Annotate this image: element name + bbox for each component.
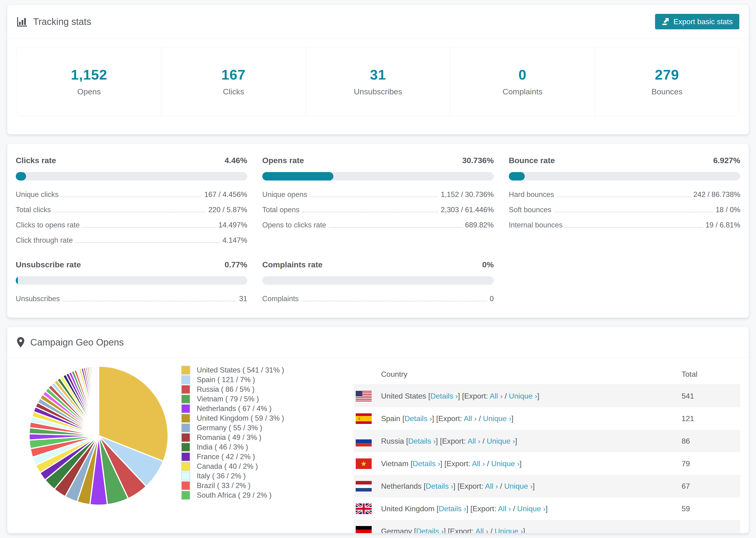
flag-cell bbox=[354, 413, 381, 424]
total-cell: 59 bbox=[681, 505, 740, 513]
rate-title-row: Opens rate30.736% bbox=[262, 156, 494, 165]
progress-bar-track bbox=[509, 172, 740, 181]
total-cell: 541 bbox=[681, 392, 740, 401]
details-link[interactable]: Details › bbox=[426, 482, 453, 490]
bracket: ] bbox=[432, 414, 434, 423]
legend-label: Russia ( 86 / 5% ) bbox=[197, 385, 254, 394]
legend-item: South Africa ( 29 / 2% ) bbox=[181, 490, 354, 500]
progress-bar-fill bbox=[16, 276, 18, 285]
flag-cell bbox=[354, 458, 381, 469]
details-link[interactable]: Details › bbox=[408, 437, 436, 445]
export-all-link[interactable]: All › bbox=[490, 392, 503, 400]
geo-table-header: CountryTotal bbox=[354, 364, 740, 385]
legend-swatch bbox=[181, 443, 190, 452]
export-unique-link[interactable]: Unique › bbox=[487, 437, 515, 445]
summary-stat-bounces: 279Bounces bbox=[595, 47, 739, 116]
details-link[interactable]: Details › bbox=[439, 505, 466, 513]
country-name: Netherlands bbox=[381, 482, 422, 490]
export-all-link[interactable]: All › bbox=[464, 414, 477, 423]
rate-row: Click through rate4.147% bbox=[16, 236, 247, 244]
rate-row: Total clicks220 / 5.87% bbox=[16, 206, 247, 214]
export-unique-link[interactable]: Unique › bbox=[509, 392, 537, 400]
export-all-link[interactable]: All › bbox=[498, 505, 511, 513]
geo-table: CountryTotalUnited States [Details ›] [E… bbox=[354, 364, 740, 533]
export-unique-link[interactable]: Unique › bbox=[517, 505, 546, 513]
bracket: [ bbox=[428, 392, 430, 400]
details-link[interactable]: Details › bbox=[430, 392, 458, 400]
dotted-leader bbox=[54, 212, 206, 212]
bracket: ] bbox=[533, 482, 535, 490]
legend-label: Netherlands ( 67 / 4% ) bbox=[197, 404, 272, 413]
rate-row-value: 14.497% bbox=[219, 221, 247, 229]
progress-bar-track bbox=[262, 172, 494, 181]
geo-table-row-ru: Russia [Details ›] [Export: All › / Uniq… bbox=[354, 430, 740, 452]
summary-stat-opens: 1,152Opens bbox=[17, 47, 161, 116]
page-title: Tracking stats bbox=[17, 16, 91, 27]
rate-row-label: Opens to clicks rate bbox=[262, 221, 326, 229]
export-prefix: [Export: bbox=[462, 392, 488, 400]
geo-table-row-de: Germany [Details ›] [Export: All › / Uni… bbox=[354, 520, 740, 533]
legend-label: India ( 46 / 3% ) bbox=[197, 443, 248, 452]
export-unique-link[interactable]: Unique › bbox=[491, 459, 519, 468]
legend-item: Germany ( 55 / 3% ) bbox=[181, 423, 354, 433]
rate-rows: Complaints0 bbox=[262, 295, 494, 303]
geo-table-row-nl: Netherlands [Details ›] [Export: All › /… bbox=[354, 475, 740, 497]
export-all-link[interactable]: All › bbox=[485, 482, 498, 490]
country-name: Spain bbox=[381, 414, 400, 423]
details-link[interactable]: Details › bbox=[416, 527, 444, 534]
bracket: [ bbox=[423, 482, 426, 490]
summary-stat-clicks: 167Clicks bbox=[161, 47, 305, 116]
rate-title-row: Clicks rate4.46% bbox=[16, 156, 247, 165]
rate-title-row: Complaints rate0% bbox=[262, 260, 494, 269]
legend-item: United States ( 541 / 31% ) bbox=[181, 365, 354, 375]
dotted-leader bbox=[301, 301, 487, 301]
summary-stats-row: 1,152Opens167Clicks31Unsubscribes0Compla… bbox=[17, 47, 739, 116]
legend-swatch bbox=[181, 414, 190, 423]
legend-swatch bbox=[181, 491, 190, 500]
slash: / bbox=[513, 505, 515, 513]
rate-row-label: Soft bounces bbox=[509, 206, 551, 214]
details-link[interactable]: Details › bbox=[413, 459, 440, 468]
legend-swatch bbox=[181, 385, 190, 394]
flag-cell bbox=[354, 436, 381, 447]
country-cell: Netherlands [Details ›] [Export: All › /… bbox=[381, 482, 681, 491]
rate-value: 6.927% bbox=[713, 156, 740, 165]
progress-bar-track bbox=[16, 276, 247, 285]
rate-row: Total opens2,303 / 61.446% bbox=[262, 206, 494, 214]
details-link[interactable]: Details › bbox=[405, 414, 432, 423]
dotted-leader bbox=[310, 196, 438, 197]
legend-label: Italy ( 36 / 2% ) bbox=[197, 472, 245, 480]
geo-table-row-gb: United Kingdom [Details ›] [Export: All … bbox=[354, 497, 740, 520]
bracket: [ bbox=[406, 437, 408, 445]
rate-row-value: 19 / 6.81% bbox=[706, 221, 740, 229]
geo-opens-card: Campaign Geo Opens United States ( 541 /… bbox=[7, 327, 749, 533]
rate-rows: Unique clicks167 / 4.456%Total clicks220… bbox=[16, 190, 247, 244]
flag-es-icon bbox=[356, 413, 372, 424]
legend-item: United Kingdom ( 59 / 3% ) bbox=[181, 413, 354, 423]
export-unique-link[interactable]: Unique › bbox=[504, 482, 533, 490]
export-all-link[interactable]: All › bbox=[472, 459, 485, 468]
summary-label-clicks: Clicks bbox=[223, 87, 244, 96]
rate-row-label: Click through rate bbox=[16, 236, 73, 244]
rate-row-value: 167 / 4.456% bbox=[204, 190, 247, 199]
export-unique-link[interactable]: Unique › bbox=[495, 527, 523, 534]
export-prefix: [Export: bbox=[436, 414, 462, 423]
page: Tracking stats Export basic stats 1,152O… bbox=[0, 0, 756, 533]
export-all-link[interactable]: All › bbox=[467, 437, 480, 445]
rate-title-row: Bounce rate6.927% bbox=[509, 156, 740, 165]
geo-table-row-vn: Vietnam [Details ›] [Export: All › / Uni… bbox=[354, 452, 740, 475]
export-unique-link[interactable]: Unique › bbox=[483, 414, 512, 423]
rate-rows: Unsubscribes31 bbox=[16, 295, 247, 303]
export-basic-stats-button[interactable]: Export basic stats bbox=[655, 14, 739, 29]
summary-stat-complaints: 0Complaints bbox=[450, 47, 594, 116]
pie-svg bbox=[27, 364, 171, 508]
country-cell: Vietnam [Details ›] [Export: All › / Uni… bbox=[381, 459, 681, 468]
country-cell: Germany [Details ›] [Export: All › / Uni… bbox=[381, 527, 681, 534]
map-pin-icon bbox=[17, 337, 25, 348]
summary-label-bounces: Bounces bbox=[652, 87, 682, 96]
legend-label: France ( 42 / 2% ) bbox=[197, 453, 255, 461]
rate-title: Opens rate bbox=[262, 156, 304, 165]
legend-swatch bbox=[181, 481, 190, 490]
country-cell: Russia [Details ›] [Export: All › / Uniq… bbox=[381, 437, 681, 446]
export-all-link[interactable]: All › bbox=[475, 527, 488, 534]
